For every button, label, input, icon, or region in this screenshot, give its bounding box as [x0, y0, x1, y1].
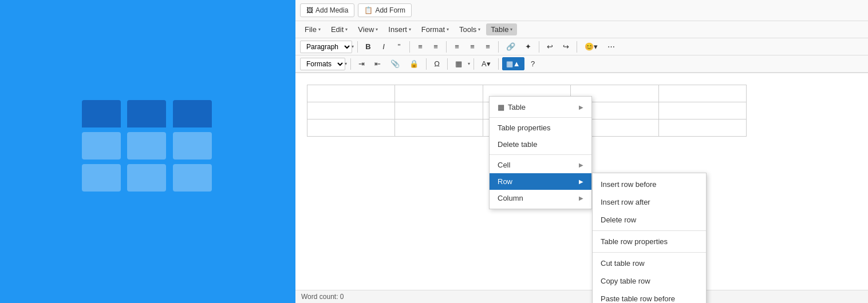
menu-edit-label: Edit: [331, 25, 344, 34]
toolbar-separator: [498, 58, 499, 70]
menu-file-label: File: [305, 25, 317, 34]
unordered-list-button[interactable]: ≡: [413, 40, 427, 53]
word-count-label: Word count: 0: [301, 293, 344, 301]
table-icon-cell: [173, 132, 212, 160]
add-form-label: Add Form: [375, 6, 405, 14]
table-icon-cell: [127, 132, 166, 160]
menu-view-label: View: [358, 25, 374, 34]
table-cell[interactable]: [658, 85, 746, 102]
menu-view[interactable]: View ▾: [353, 23, 382, 35]
menu-edit[interactable]: Edit ▾: [326, 23, 352, 35]
menu-tools-label: Tools: [459, 25, 476, 34]
chevron-down-icon: ▾: [318, 27, 321, 32]
table-cell[interactable]: [307, 85, 395, 102]
menu-file[interactable]: File ▾: [300, 23, 325, 35]
table-row: [307, 102, 747, 119]
paste-special-button[interactable]: 📎: [386, 57, 404, 70]
left-panel: [0, 0, 295, 303]
table-icon-cell: [173, 164, 212, 192]
menu-format[interactable]: Format ▾: [417, 23, 453, 35]
lock-button[interactable]: 🔒: [405, 57, 423, 70]
chevron-down-icon: ▾: [409, 27, 411, 32]
chevron-down-icon: ▾: [468, 61, 470, 66]
table-cell[interactable]: [307, 119, 395, 137]
table-cell[interactable]: [571, 85, 658, 102]
undo-button[interactable]: ↩: [543, 40, 557, 53]
table-cell[interactable]: [395, 85, 483, 102]
font-color-button[interactable]: A▾: [478, 57, 495, 70]
outdent-button[interactable]: ⇤: [370, 57, 385, 70]
paragraph-select[interactable]: Paragraph: [300, 41, 352, 53]
table-cell[interactable]: [483, 85, 570, 102]
word-count-bar: Word count: 0: [295, 290, 868, 303]
toolbar-separator: [498, 41, 499, 53]
align-left-button[interactable]: ≡: [450, 40, 464, 53]
toolbar-separator: [409, 41, 410, 53]
chevron-down-icon: ▾: [510, 27, 512, 32]
table-cell[interactable]: [658, 102, 746, 119]
toolbar-separator: [350, 58, 351, 70]
menu-insert-label: Insert: [388, 25, 407, 34]
table-cell[interactable]: [483, 119, 570, 137]
editor-table: [307, 85, 747, 137]
quote-button[interactable]: ": [392, 40, 406, 53]
table-cell[interactable]: [571, 102, 658, 119]
editor-content[interactable]: [295, 73, 868, 302]
formatting-toolbar: Paragraph ▾ B I " ≡ ≡ ≡ ≡ ≡ 🔗 ✦ ↩ ↪ 😊▾ ⋯: [295, 38, 868, 55]
chevron-down-icon: ▾: [345, 27, 348, 32]
menubar: File ▾ Edit ▾ View ▾ Insert ▾ Format ▾ T…: [295, 21, 868, 38]
italic-button[interactable]: I: [377, 40, 390, 53]
menu-table[interactable]: Table ▾: [486, 23, 517, 35]
special-chars-button[interactable]: Ω: [430, 57, 444, 70]
bold-button[interactable]: B: [361, 40, 375, 53]
ordered-list-button[interactable]: ≡: [429, 40, 443, 53]
menu-tools[interactable]: Tools ▾: [455, 23, 485, 35]
formatting-toolbar2: Formats ▾ ⇥ ⇤ 📎 🔒 Ω ▦ ▾ A▾ ▦▲ ?: [295, 55, 868, 73]
add-media-icon: 🖼: [306, 6, 313, 14]
more-button[interactable]: ⋯: [603, 40, 619, 53]
menu-format-label: Format: [421, 25, 445, 34]
chevron-down-icon: ▾: [478, 27, 480, 32]
align-right-button[interactable]: ≡: [481, 40, 495, 53]
add-media-button[interactable]: 🖼 Add Media: [300, 3, 354, 17]
align-center-button[interactable]: ≡: [465, 40, 479, 53]
menu-insert[interactable]: Insert ▾: [384, 23, 416, 35]
table-illustration: [82, 100, 214, 203]
table-icon-cell: [82, 164, 121, 192]
table-icon-cell: [82, 100, 121, 127]
help-button[interactable]: ?: [526, 57, 540, 70]
menu-table-label: Table: [491, 25, 508, 34]
chevron-down-icon: ▾: [352, 44, 354, 49]
table-cell[interactable]: [395, 119, 483, 137]
add-media-label: Add Media: [315, 6, 348, 14]
table-cell[interactable]: [307, 102, 395, 119]
table-cell[interactable]: [483, 102, 570, 119]
toolbar-separator: [426, 58, 427, 70]
table-grid-button[interactable]: ▦: [451, 57, 466, 70]
toolbar-separator: [447, 58, 448, 70]
redo-button[interactable]: ↪: [559, 40, 573, 53]
special-button[interactable]: ✦: [521, 40, 535, 53]
toolbar-row1: 🖼 Add Media 📋 Add Form: [295, 0, 868, 21]
table-icon-cell: [82, 132, 121, 160]
add-form-icon: 📋: [364, 6, 373, 14]
chevron-down-icon: ▾: [376, 27, 378, 32]
table-icon-cell: [127, 100, 166, 127]
chevron-down-icon: ▾: [447, 27, 449, 32]
table-row: [307, 119, 747, 137]
formats-select[interactable]: Formats: [300, 58, 345, 70]
link-button[interactable]: 🔗: [502, 40, 519, 53]
table-row: [307, 85, 747, 102]
add-form-button[interactable]: 📋 Add Form: [358, 3, 412, 17]
indent-button[interactable]: ⇥: [354, 57, 369, 70]
chevron-down-icon: ▾: [345, 61, 347, 66]
toolbar-separator: [474, 58, 474, 70]
table-cell[interactable]: [395, 102, 483, 119]
toolbar-separator: [577, 41, 577, 53]
toolbar-separator: [539, 41, 539, 53]
emoji-button[interactable]: 😊▾: [581, 40, 602, 53]
table-cell[interactable]: [658, 119, 746, 137]
table-icon-cell: [127, 164, 166, 192]
table-button-active[interactable]: ▦▲: [502, 57, 524, 70]
table-cell[interactable]: [571, 119, 658, 137]
